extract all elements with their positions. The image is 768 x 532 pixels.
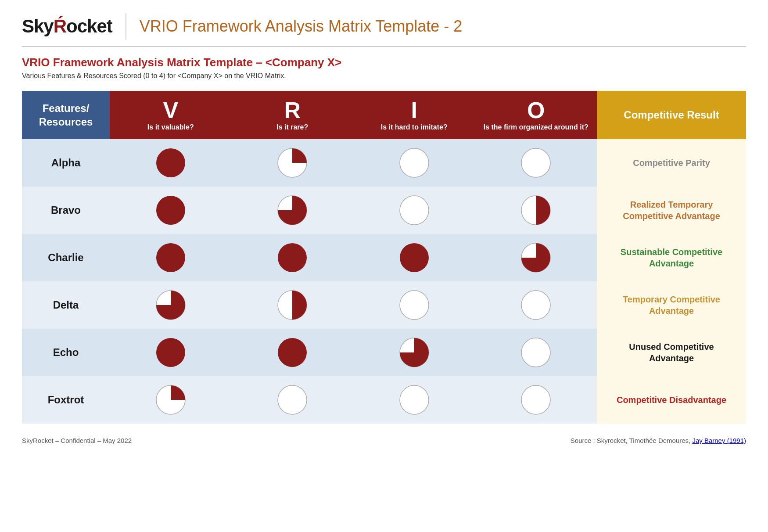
pie-container (114, 382, 227, 417)
logo-ocket: ocket (66, 16, 112, 36)
pie-cell (475, 329, 597, 376)
svg-point-17 (278, 338, 307, 367)
th-r: R Is it rare? (232, 91, 354, 139)
pie-cell (353, 234, 475, 281)
matrix-table: Features/ Resources V Is it valuable? R … (22, 91, 746, 424)
svg-point-14 (400, 291, 429, 320)
pie-container (358, 145, 471, 180)
svg-point-6 (400, 196, 429, 225)
pie-cell (475, 234, 597, 281)
pie-cell (232, 234, 354, 281)
row-label: Alpha (22, 139, 110, 187)
pie-cell (110, 234, 232, 281)
pie-cell (232, 187, 354, 234)
footer-right: Source : Skyrocket, Timothée Demoures, J… (571, 437, 746, 444)
table-row: Alpha Competitive Parity (22, 139, 746, 187)
pie-container (358, 193, 471, 228)
pie-cell (232, 281, 354, 329)
th-o: O Is the firm organized around it? (475, 91, 597, 139)
pie-cell (232, 139, 354, 187)
section-subtitle: Various Features & Resources Scored (0 t… (22, 72, 746, 80)
table-row: Charlie Sustainable Competitive Advantag… (22, 234, 746, 281)
svg-point-0 (156, 148, 185, 177)
table-row: Delta Temporary Competitive Advantage (22, 281, 746, 329)
pie-container (114, 193, 227, 228)
svg-point-19 (521, 338, 550, 367)
logo-divider (126, 13, 126, 40)
pie-container (236, 288, 349, 323)
result-cell: Unused Competitive Advantage (597, 329, 746, 376)
logo-checkmark: Ŕ (54, 16, 66, 36)
svg-point-3 (521, 148, 550, 177)
svg-point-9 (278, 243, 307, 272)
svg-point-15 (521, 291, 550, 320)
pie-container (358, 240, 471, 275)
pie-cell (475, 139, 597, 187)
svg-point-21 (278, 385, 307, 414)
result-cell: Temporary Competitive Advantage (597, 281, 746, 329)
result-cell: Competitive Disadvantage (597, 376, 746, 424)
pie-cell (475, 187, 597, 234)
svg-point-16 (156, 338, 185, 367)
pie-container (480, 145, 593, 180)
pie-cell (110, 139, 232, 187)
pie-cell (353, 139, 475, 187)
pie-cell (353, 329, 475, 376)
result-cell: Realized Temporary Competitive Advantage (597, 187, 746, 234)
row-label: Echo (22, 329, 110, 376)
pie-container (236, 382, 349, 417)
pie-cell (110, 281, 232, 329)
result-cell: Sustainable Competitive Advantage (597, 234, 746, 281)
pie-cell (110, 187, 232, 234)
pie-container (114, 240, 227, 275)
pie-cell (110, 376, 232, 424)
pie-container (236, 240, 349, 275)
th-i: I Is it hard to imitate? (353, 91, 475, 139)
pie-container (358, 288, 471, 323)
row-label: Foxtrot (22, 376, 110, 424)
svg-point-10 (400, 243, 429, 272)
pie-container (480, 335, 593, 370)
pie-cell (475, 281, 597, 329)
svg-point-8 (156, 243, 185, 272)
svg-point-4 (156, 196, 185, 225)
page-title: VRIO Framework Analysis Matrix Template … (140, 17, 463, 36)
table-row: Bravo Realized Temporary Competitive Adv… (22, 187, 746, 234)
svg-point-2 (400, 148, 429, 177)
footer-link[interactable]: Jay Barney (1991) (692, 437, 746, 444)
th-features: Features/ Resources (22, 91, 110, 139)
th-result: Competitive Result (597, 91, 746, 139)
row-label: Charlie (22, 234, 110, 281)
pie-cell (232, 376, 354, 424)
pie-cell (353, 281, 475, 329)
pie-container (236, 335, 349, 370)
footer: SkyRocket – Confidential – May 2022 Sour… (22, 437, 746, 444)
row-label: Delta (22, 281, 110, 329)
table-row: Foxtrot Competitive Disadvantage (22, 376, 746, 424)
pie-container (114, 288, 227, 323)
pie-cell (110, 329, 232, 376)
section-title: VRIO Framework Analysis Matrix Template … (22, 56, 746, 69)
footer-left: SkyRocket – Confidential – May 2022 (22, 437, 132, 444)
svg-point-23 (521, 385, 550, 414)
table-row: Echo Unused Competitive Advantage (22, 329, 746, 376)
pie-container (114, 335, 227, 370)
footer-right-text: Source : Skyrocket, Timothée Demoures, (571, 437, 693, 444)
pie-container (358, 335, 471, 370)
pie-container (480, 288, 593, 323)
pie-cell (353, 187, 475, 234)
result-cell: Competitive Parity (597, 139, 746, 187)
pie-container (480, 240, 593, 275)
pie-container (358, 382, 471, 417)
pie-container (480, 382, 593, 417)
pie-container (236, 145, 349, 180)
svg-point-22 (400, 385, 429, 414)
pie-cell (353, 376, 475, 424)
pie-cell (475, 376, 597, 424)
matrix-wrapper: Features/ Resources V Is it valuable? R … (22, 91, 746, 424)
row-label: Bravo (22, 187, 110, 234)
logo: SkyŔocket (22, 16, 112, 37)
pie-container (236, 193, 349, 228)
header: SkyŔocket VRIO Framework Analysis Matri… (22, 13, 746, 47)
pie-container (114, 145, 227, 180)
